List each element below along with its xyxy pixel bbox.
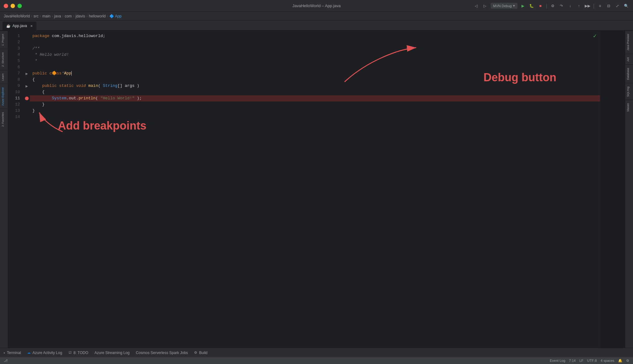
run-config-dropdown[interactable]: MVN Debug ▾ [491, 3, 517, 9]
breadcrumb-item[interactable]: com [65, 14, 72, 18]
minimize-button[interactable] [11, 4, 15, 8]
breadcrumb-item[interactable]: JavaHelloWorld [4, 14, 30, 18]
tab-app-java[interactable]: ☕ App.java ✕ [2, 21, 36, 30]
tab-azure-activity-log[interactable]: ☁ Azure Activity Log [26, 351, 63, 355]
tab-close-icon[interactable]: ✕ [30, 24, 33, 28]
run-icon[interactable]: ▶ [520, 3, 526, 9]
tab-cosmos-spark[interactable]: Cosmos Serverless Spark Jobs [135, 351, 189, 355]
status-event-log[interactable]: Event Log [550, 359, 565, 362]
code-line-1: package com.jdavis.helloworld; [30, 33, 600, 39]
gutter-row [24, 45, 30, 52]
split-icon[interactable]: ⊟ [606, 3, 612, 9]
tab-bar: ☕ App.java ✕ [0, 21, 633, 31]
traffic-lights [4, 4, 22, 8]
tab-cosmos-label: Cosmos Serverless Spark Jobs [136, 351, 188, 355]
line-num-current: 11 [8, 95, 20, 102]
step-over-icon[interactable]: ↷ [558, 3, 564, 9]
breadcrumb-item[interactable]: helloworld [89, 14, 106, 18]
search-icon[interactable]: 🔍 [623, 3, 629, 9]
breakpoint-marker[interactable] [25, 97, 29, 100]
code-line-6: 🔶 */ [30, 64, 600, 70]
gutter-row [24, 89, 30, 95]
java-file-icon: ☕ [6, 24, 11, 28]
code-line-2 [30, 39, 600, 45]
tab-azure-label: Azure Activity Log [32, 351, 62, 355]
gutter-row-fold[interactable]: ▶ [24, 70, 30, 77]
sidebar-item-java-preview[interactable]: Java Preview [625, 31, 633, 54]
gutter-row [24, 108, 30, 114]
separator: › [62, 14, 64, 18]
sidebar-item-project[interactable]: 1: Project [0, 31, 8, 49]
gutter-row [24, 114, 30, 120]
debug-icon[interactable]: 🐛 [529, 3, 535, 9]
line-num: 14 [8, 114, 20, 120]
separator: › [31, 14, 32, 18]
breadcrumb-item[interactable]: java [54, 14, 61, 18]
sidebar-item-favorites[interactable]: 2: Favorites [0, 109, 8, 130]
separator: › [86, 14, 88, 18]
status-lf[interactable]: LF [579, 359, 583, 362]
git-icon[interactable]: ⎇ [4, 359, 8, 363]
sidebar-item-maven[interactable]: Maven [625, 100, 633, 115]
main-area: 1: Project 2: Structure Learn Azure Expl… [0, 31, 633, 348]
breadcrumb-item[interactable]: jdavis [76, 14, 85, 18]
line-num: 9 [8, 83, 20, 89]
todo-icon: ☑ [69, 351, 72, 355]
gutter-row-breakpoint[interactable] [24, 95, 30, 102]
status-bar: ⎇ Event Log 7:14 LF UTF-8 4 spaces 🔔 ⚙ [0, 357, 633, 364]
status-cursor[interactable]: 7:14 [569, 359, 576, 362]
code-line-12: } [30, 102, 600, 108]
settings-icon[interactable]: ≡ [597, 3, 603, 9]
window-title: JavaHelloWorld – App.java [292, 3, 340, 8]
tab-build[interactable]: ⚙ Build [193, 351, 209, 355]
resume-icon[interactable]: ▶▶ [584, 3, 591, 9]
sidebar-item-structure[interactable]: 2: Structure [0, 49, 8, 70]
status-notification-icon[interactable]: 🔔 [618, 359, 622, 363]
line-num: 1 [8, 33, 20, 39]
status-settings-icon[interactable]: ⚙ [626, 359, 629, 363]
gutter-row [24, 52, 30, 58]
step-out-icon[interactable]: ↑ [576, 3, 582, 9]
breadcrumb: JavaHelloWorld › src › main › java › com… [0, 12, 633, 21]
tab-terminal[interactable]: ▪ Terminal [2, 351, 22, 355]
fold-icon[interactable]: ▶ [26, 72, 28, 75]
sidebar-item-learn[interactable]: Learn [0, 70, 8, 84]
no-errors-icon: ✓ [593, 33, 597, 39]
breadcrumb-item[interactable]: src [34, 14, 39, 18]
step-into-icon[interactable]: ↓ [567, 3, 573, 9]
back-icon[interactable]: ◁ [473, 3, 479, 9]
status-indent[interactable]: 4 spaces [601, 359, 614, 362]
forward-icon[interactable]: ▷ [482, 3, 488, 9]
sidebar-item-ant[interactable]: Ant [625, 54, 633, 65]
tab-todo[interactable]: ☑ 8: TODO [67, 351, 90, 355]
breakpoints-annotation: Add breakpoints [58, 119, 146, 132]
azure-icon: ☁ [27, 351, 31, 355]
code-line-13: } [30, 108, 600, 114]
fullscreen-icon[interactable]: ⤢ [614, 3, 621, 9]
gutter: ▶ ▶ [24, 31, 30, 348]
tab-azure-streaming[interactable]: Azure Streaming Log [93, 351, 131, 355]
gutter-row-fold[interactable]: ▶ [24, 83, 30, 89]
breadcrumb-file[interactable]: 🔷 App [109, 14, 121, 18]
code-line-4: * Hello world! [30, 52, 600, 58]
maximize-button[interactable] [17, 4, 22, 8]
breadcrumb-item[interactable]: main [42, 14, 50, 18]
sidebar-item-azure-explorer[interactable]: Azure Explorer [0, 84, 8, 109]
build-icon[interactable]: ⚙ [550, 3, 556, 9]
chevron-down-icon: ▾ [513, 4, 515, 8]
close-button[interactable] [4, 4, 8, 8]
stop-icon[interactable]: ■ [537, 3, 544, 9]
build-tab-icon: ⚙ [194, 351, 197, 355]
gutter-row [24, 102, 30, 108]
line-num: 4 [8, 52, 20, 58]
sidebar-item-database[interactable]: Database [625, 64, 633, 83]
line-num: 10 [8, 89, 20, 95]
status-encoding[interactable]: UTF-8 [587, 359, 597, 362]
fold-icon[interactable]: ▶ [26, 84, 28, 88]
sidebar-item-sqlyog[interactable]: SQLYog [625, 83, 633, 100]
gutter-row [24, 58, 30, 64]
editor-area: 1 2 3 4 5 6 7 8 9 10 11 12 13 14 ▶ [8, 31, 625, 348]
code-line-10: { [30, 89, 600, 95]
line-num: 6 [8, 64, 20, 70]
line-num: 13 [8, 108, 20, 114]
